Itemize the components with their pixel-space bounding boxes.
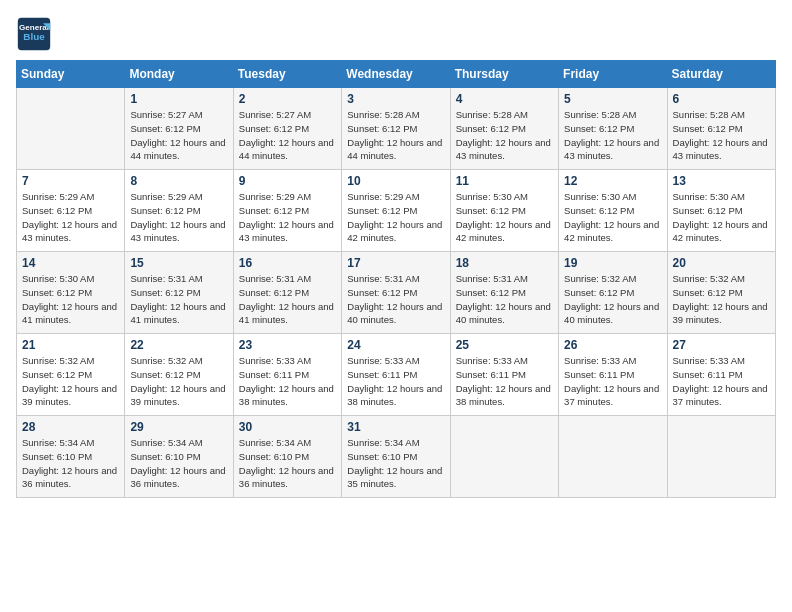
day-number: 5	[564, 92, 661, 106]
day-info: Sunrise: 5:28 AMSunset: 6:12 PMDaylight:…	[347, 108, 444, 163]
day-cell: 12Sunrise: 5:30 AMSunset: 6:12 PMDayligh…	[559, 170, 667, 252]
day-cell: 9Sunrise: 5:29 AMSunset: 6:12 PMDaylight…	[233, 170, 341, 252]
day-cell: 29Sunrise: 5:34 AMSunset: 6:10 PMDayligh…	[125, 416, 233, 498]
day-number: 9	[239, 174, 336, 188]
day-cell: 8Sunrise: 5:29 AMSunset: 6:12 PMDaylight…	[125, 170, 233, 252]
day-info: Sunrise: 5:34 AMSunset: 6:10 PMDaylight:…	[239, 436, 336, 491]
day-cell: 1Sunrise: 5:27 AMSunset: 6:12 PMDaylight…	[125, 88, 233, 170]
day-cell	[450, 416, 558, 498]
day-info: Sunrise: 5:28 AMSunset: 6:12 PMDaylight:…	[456, 108, 553, 163]
day-cell: 22Sunrise: 5:32 AMSunset: 6:12 PMDayligh…	[125, 334, 233, 416]
header-cell-thursday: Thursday	[450, 61, 558, 88]
day-cell: 26Sunrise: 5:33 AMSunset: 6:11 PMDayligh…	[559, 334, 667, 416]
week-row-1: 1Sunrise: 5:27 AMSunset: 6:12 PMDaylight…	[17, 88, 776, 170]
day-info: Sunrise: 5:33 AMSunset: 6:11 PMDaylight:…	[564, 354, 661, 409]
day-cell: 15Sunrise: 5:31 AMSunset: 6:12 PMDayligh…	[125, 252, 233, 334]
day-info: Sunrise: 5:29 AMSunset: 6:12 PMDaylight:…	[22, 190, 119, 245]
day-info: Sunrise: 5:27 AMSunset: 6:12 PMDaylight:…	[239, 108, 336, 163]
day-cell: 3Sunrise: 5:28 AMSunset: 6:12 PMDaylight…	[342, 88, 450, 170]
day-number: 20	[673, 256, 770, 270]
day-info: Sunrise: 5:33 AMSunset: 6:11 PMDaylight:…	[673, 354, 770, 409]
day-cell: 28Sunrise: 5:34 AMSunset: 6:10 PMDayligh…	[17, 416, 125, 498]
header-cell-saturday: Saturday	[667, 61, 775, 88]
day-number: 4	[456, 92, 553, 106]
day-info: Sunrise: 5:34 AMSunset: 6:10 PMDaylight:…	[347, 436, 444, 491]
day-number: 17	[347, 256, 444, 270]
calendar-table: SundayMondayTuesdayWednesdayThursdayFrid…	[16, 60, 776, 498]
logo: General Blue	[16, 16, 52, 52]
page-header: General Blue	[16, 16, 776, 52]
day-info: Sunrise: 5:28 AMSunset: 6:12 PMDaylight:…	[673, 108, 770, 163]
day-number: 19	[564, 256, 661, 270]
day-info: Sunrise: 5:34 AMSunset: 6:10 PMDaylight:…	[130, 436, 227, 491]
day-info: Sunrise: 5:33 AMSunset: 6:11 PMDaylight:…	[456, 354, 553, 409]
week-row-5: 28Sunrise: 5:34 AMSunset: 6:10 PMDayligh…	[17, 416, 776, 498]
day-number: 23	[239, 338, 336, 352]
day-number: 14	[22, 256, 119, 270]
day-number: 8	[130, 174, 227, 188]
day-info: Sunrise: 5:33 AMSunset: 6:11 PMDaylight:…	[239, 354, 336, 409]
day-number: 13	[673, 174, 770, 188]
day-number: 12	[564, 174, 661, 188]
day-cell: 6Sunrise: 5:28 AMSunset: 6:12 PMDaylight…	[667, 88, 775, 170]
day-number: 25	[456, 338, 553, 352]
day-number: 18	[456, 256, 553, 270]
day-cell: 2Sunrise: 5:27 AMSunset: 6:12 PMDaylight…	[233, 88, 341, 170]
day-number: 3	[347, 92, 444, 106]
day-info: Sunrise: 5:27 AMSunset: 6:12 PMDaylight:…	[130, 108, 227, 163]
day-info: Sunrise: 5:30 AMSunset: 6:12 PMDaylight:…	[22, 272, 119, 327]
day-cell: 23Sunrise: 5:33 AMSunset: 6:11 PMDayligh…	[233, 334, 341, 416]
day-number: 10	[347, 174, 444, 188]
day-cell: 13Sunrise: 5:30 AMSunset: 6:12 PMDayligh…	[667, 170, 775, 252]
day-info: Sunrise: 5:32 AMSunset: 6:12 PMDaylight:…	[673, 272, 770, 327]
header-cell-sunday: Sunday	[17, 61, 125, 88]
day-cell: 7Sunrise: 5:29 AMSunset: 6:12 PMDaylight…	[17, 170, 125, 252]
day-number: 2	[239, 92, 336, 106]
day-info: Sunrise: 5:34 AMSunset: 6:10 PMDaylight:…	[22, 436, 119, 491]
header-cell-monday: Monday	[125, 61, 233, 88]
day-cell: 4Sunrise: 5:28 AMSunset: 6:12 PMDaylight…	[450, 88, 558, 170]
day-info: Sunrise: 5:31 AMSunset: 6:12 PMDaylight:…	[239, 272, 336, 327]
day-cell: 10Sunrise: 5:29 AMSunset: 6:12 PMDayligh…	[342, 170, 450, 252]
day-cell: 31Sunrise: 5:34 AMSunset: 6:10 PMDayligh…	[342, 416, 450, 498]
day-cell: 5Sunrise: 5:28 AMSunset: 6:12 PMDaylight…	[559, 88, 667, 170]
day-info: Sunrise: 5:29 AMSunset: 6:12 PMDaylight:…	[347, 190, 444, 245]
day-cell: 30Sunrise: 5:34 AMSunset: 6:10 PMDayligh…	[233, 416, 341, 498]
day-cell: 16Sunrise: 5:31 AMSunset: 6:12 PMDayligh…	[233, 252, 341, 334]
week-row-4: 21Sunrise: 5:32 AMSunset: 6:12 PMDayligh…	[17, 334, 776, 416]
day-number: 27	[673, 338, 770, 352]
day-number: 15	[130, 256, 227, 270]
day-number: 28	[22, 420, 119, 434]
day-number: 7	[22, 174, 119, 188]
day-info: Sunrise: 5:31 AMSunset: 6:12 PMDaylight:…	[456, 272, 553, 327]
logo-icon: General Blue	[16, 16, 52, 52]
day-cell: 19Sunrise: 5:32 AMSunset: 6:12 PMDayligh…	[559, 252, 667, 334]
day-cell: 20Sunrise: 5:32 AMSunset: 6:12 PMDayligh…	[667, 252, 775, 334]
day-cell: 18Sunrise: 5:31 AMSunset: 6:12 PMDayligh…	[450, 252, 558, 334]
day-number: 11	[456, 174, 553, 188]
day-number: 16	[239, 256, 336, 270]
day-info: Sunrise: 5:32 AMSunset: 6:12 PMDaylight:…	[130, 354, 227, 409]
day-cell: 24Sunrise: 5:33 AMSunset: 6:11 PMDayligh…	[342, 334, 450, 416]
day-cell: 11Sunrise: 5:30 AMSunset: 6:12 PMDayligh…	[450, 170, 558, 252]
header-cell-wednesday: Wednesday	[342, 61, 450, 88]
day-info: Sunrise: 5:32 AMSunset: 6:12 PMDaylight:…	[22, 354, 119, 409]
week-row-3: 14Sunrise: 5:30 AMSunset: 6:12 PMDayligh…	[17, 252, 776, 334]
day-info: Sunrise: 5:31 AMSunset: 6:12 PMDaylight:…	[347, 272, 444, 327]
day-info: Sunrise: 5:29 AMSunset: 6:12 PMDaylight:…	[130, 190, 227, 245]
header-cell-friday: Friday	[559, 61, 667, 88]
day-cell	[17, 88, 125, 170]
day-cell: 14Sunrise: 5:30 AMSunset: 6:12 PMDayligh…	[17, 252, 125, 334]
week-row-2: 7Sunrise: 5:29 AMSunset: 6:12 PMDaylight…	[17, 170, 776, 252]
day-cell	[559, 416, 667, 498]
day-info: Sunrise: 5:33 AMSunset: 6:11 PMDaylight:…	[347, 354, 444, 409]
day-info: Sunrise: 5:31 AMSunset: 6:12 PMDaylight:…	[130, 272, 227, 327]
day-cell: 27Sunrise: 5:33 AMSunset: 6:11 PMDayligh…	[667, 334, 775, 416]
day-number: 1	[130, 92, 227, 106]
day-cell	[667, 416, 775, 498]
day-number: 24	[347, 338, 444, 352]
day-cell: 17Sunrise: 5:31 AMSunset: 6:12 PMDayligh…	[342, 252, 450, 334]
day-number: 6	[673, 92, 770, 106]
svg-text:Blue: Blue	[23, 31, 45, 42]
day-info: Sunrise: 5:30 AMSunset: 6:12 PMDaylight:…	[564, 190, 661, 245]
